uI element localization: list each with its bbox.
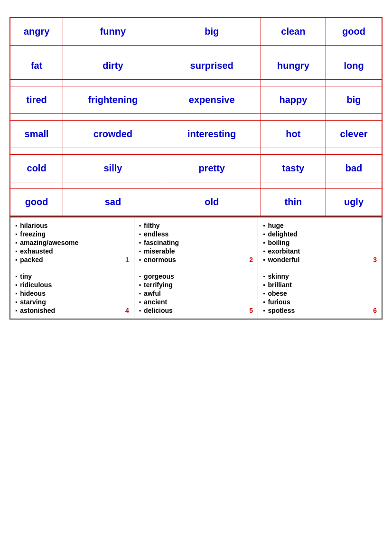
list-item: fascinating bbox=[139, 238, 253, 247]
table-row: fatdirtysurprisedhungrylong bbox=[10, 52, 382, 79]
table-row: coldsillyprettytastybad bbox=[10, 154, 382, 182]
list-item: enormous2 bbox=[139, 255, 253, 264]
table-cell: good bbox=[326, 18, 382, 45]
table-cell: interesting bbox=[163, 120, 261, 148]
table-cell: clever bbox=[326, 120, 382, 148]
table-row: tiredfrighteningexpensivehappybig bbox=[10, 86, 382, 113]
lower-col3-top: hugedelightedboilingexorbitantwonderful3 bbox=[258, 217, 382, 268]
list-item: spotless6 bbox=[263, 306, 377, 315]
list-item: exhausted bbox=[15, 247, 129, 255]
list-item: ridiculous bbox=[15, 281, 129, 289]
list-item: huge bbox=[263, 221, 377, 230]
table-cell: tasty bbox=[261, 154, 326, 182]
list-item: filthy bbox=[139, 221, 253, 230]
list-item: packed1 bbox=[15, 255, 129, 264]
lower-row-bot: tinyridiculoushideousstarvingastonished4… bbox=[10, 268, 382, 320]
list-item: terrifying bbox=[139, 281, 253, 289]
table-row: angryfunnybigcleangood bbox=[10, 18, 382, 45]
table-cell: good bbox=[10, 188, 63, 216]
lower-section: hilariousfreezingamazing/awesomeexhauste… bbox=[9, 216, 383, 320]
table-cell: bad bbox=[326, 154, 382, 182]
table-cell: hungry bbox=[261, 52, 326, 79]
table-cell: old bbox=[163, 188, 261, 216]
list-item: gorgeous bbox=[139, 272, 253, 281]
list-item: obese bbox=[263, 289, 377, 298]
lower-col3-bot: skinnybrilliantobesefuriousspotless6 bbox=[258, 268, 382, 320]
lower-col1-bot: tinyridiculoushideousstarvingastonished4 bbox=[10, 268, 134, 320]
table-cell: funny bbox=[63, 18, 163, 45]
list-item: brilliant bbox=[263, 281, 377, 289]
list-item: starving bbox=[15, 298, 129, 306]
list-item: boiling bbox=[263, 238, 377, 247]
table-cell: tired bbox=[10, 86, 63, 113]
table-cell: big bbox=[326, 86, 382, 113]
list-item: hideous bbox=[15, 289, 129, 298]
table-cell: pretty bbox=[163, 154, 261, 182]
table-cell: dirty bbox=[63, 52, 163, 79]
table-cell: ugly bbox=[326, 188, 382, 216]
adjectives-table: angryfunnybigcleangoodfatdirtysurprisedh… bbox=[9, 17, 383, 216]
lower-row-top: hilariousfreezingamazing/awesomeexhauste… bbox=[10, 217, 382, 268]
table-cell: angry bbox=[10, 18, 63, 45]
list-item: delicious5 bbox=[139, 306, 253, 315]
table-row: smallcrowdedinterestinghotclever bbox=[10, 120, 382, 148]
table-cell: big bbox=[163, 18, 261, 45]
table-cell: fat bbox=[10, 52, 63, 79]
table-cell: happy bbox=[261, 86, 326, 113]
table-row: goodsadoldthinugly bbox=[10, 188, 382, 216]
list-item: skinny bbox=[263, 272, 377, 281]
lower-col2-top: filthyendlessfascinatingmiserableenormou… bbox=[134, 217, 258, 268]
table-cell: silly bbox=[63, 154, 163, 182]
table-cell: sad bbox=[63, 188, 163, 216]
table-cell: expensive bbox=[163, 86, 261, 113]
list-item: wonderful3 bbox=[263, 255, 377, 264]
table-cell: long bbox=[326, 52, 382, 79]
list-item: endless bbox=[139, 230, 253, 238]
list-item: miserable bbox=[139, 247, 253, 255]
table-cell: thin bbox=[261, 188, 326, 216]
list-item: exorbitant bbox=[263, 247, 377, 255]
lower-col1-top: hilariousfreezingamazing/awesomeexhauste… bbox=[10, 217, 134, 268]
table-cell: crowded bbox=[63, 120, 163, 148]
table-cell: cold bbox=[10, 154, 63, 182]
list-item: freezing bbox=[15, 230, 129, 238]
table-cell: surprised bbox=[163, 52, 261, 79]
list-item: delighted bbox=[263, 230, 377, 238]
lower-col2-bot: gorgeousterrifyingawfulancientdelicious5 bbox=[134, 268, 258, 320]
list-item: furious bbox=[263, 298, 377, 306]
list-item: awful bbox=[139, 289, 253, 298]
table-cell: hot bbox=[261, 120, 326, 148]
list-item: astonished4 bbox=[15, 306, 129, 315]
table-cell: clean bbox=[261, 18, 326, 45]
list-item: hilarious bbox=[15, 221, 129, 230]
list-item: tiny bbox=[15, 272, 129, 281]
list-item: ancient bbox=[139, 298, 253, 306]
table-cell: small bbox=[10, 120, 63, 148]
table-cell: frightening bbox=[63, 86, 163, 113]
list-item: amazing/awesome bbox=[15, 238, 129, 247]
